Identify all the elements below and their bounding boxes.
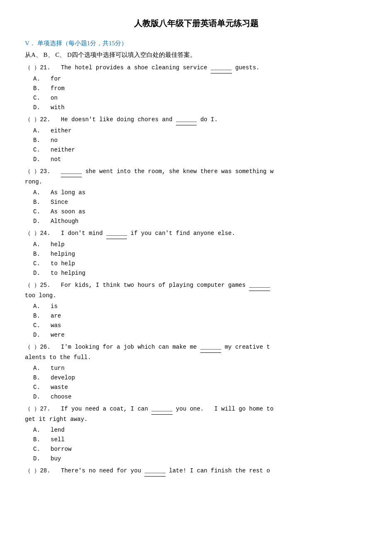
question-26-optB: B. develop (25, 373, 367, 383)
question-27-optB: B. sell (25, 435, 367, 445)
question-22-optA: A. either (25, 126, 367, 136)
question-21-optA: A. for (25, 74, 367, 84)
section-label: V． (25, 40, 36, 46)
question-26-optD: D. choose (25, 392, 367, 402)
question-26-text: （ ）26. I'm looking for a job which can m… (25, 342, 367, 363)
question-24-optB: B. helping (25, 249, 367, 259)
question-22-optD: D. not (25, 155, 367, 164)
question-22: （ ）22. He doesn't like doing chores and … (25, 115, 367, 164)
page-title: 人教版八年级下册英语单元练习题 (25, 17, 367, 30)
question-25-text: （ ）25. For kids, I think two hours of pl… (25, 281, 367, 301)
question-21-optB: B. from (25, 84, 367, 93)
question-22-optC: C. neither (25, 145, 367, 155)
question-21-optD: D. with (25, 103, 367, 112)
question-28-text: （ ）28. There's no need for you ______ la… (25, 466, 367, 477)
question-28: （ ）28. There's no need for you ______ la… (25, 466, 367, 477)
questions-container: （ ）21. The hotel provides a shoe cleanin… (25, 63, 367, 477)
question-21-text: （ ）21. The hotel provides a shoe cleanin… (25, 63, 367, 73)
question-27: （ ）27. If you need a coat, I can ______ … (25, 404, 367, 464)
question-23-optD: D. Although (25, 217, 367, 226)
question-27-text: （ ）27. If you need a coat, I can ______ … (25, 404, 367, 425)
question-26-optA: A. turn (25, 364, 367, 373)
question-26-optC: C. waste (25, 383, 367, 392)
question-25-optD: D. were (25, 330, 367, 340)
question-24-optD: D. to helping (25, 269, 367, 278)
question-24: （ ）24. I don't mind ______ if you can't … (25, 229, 367, 278)
question-23: （ ）23. ______ she went into the room, sh… (25, 167, 367, 226)
question-25-optA: A. is (25, 302, 367, 311)
section-header-text: 单项选择（每小题1分，共15分） (37, 40, 128, 46)
question-27-optA: A. lend (25, 425, 367, 435)
question-21: （ ）21. The hotel provides a shoe cleanin… (25, 63, 367, 112)
question-24-optC: C. to help (25, 259, 367, 269)
question-22-text: （ ）22. He doesn't like doing chores and … (25, 115, 367, 125)
question-25-optC: C. was (25, 321, 367, 330)
instruction-text: 从A、 B、 C、 D四个选项中选择可以填入空白处的最佳答案。 (25, 50, 367, 60)
question-27-optD: D. buy (25, 454, 367, 464)
question-23-optA: A. As long as (25, 188, 367, 198)
question-23-optC: C. As soon as (25, 207, 367, 217)
question-23-optB: B. Since (25, 198, 367, 207)
question-25-optB: B. are (25, 311, 367, 321)
question-26: （ ）26. I'm looking for a job which can m… (25, 342, 367, 402)
section-header-line: V． 单项选择（每小题1分，共15分） (25, 38, 367, 48)
question-27-optC: C. borrow (25, 445, 367, 454)
question-21-optC: C. on (25, 93, 367, 103)
question-24-text: （ ）24. I don't mind ______ if you can't … (25, 229, 367, 239)
question-25: （ ）25. For kids, I think two hours of pl… (25, 281, 367, 340)
question-23-text: （ ）23. ______ she went into the room, sh… (25, 167, 367, 187)
question-24-optA: A. help (25, 240, 367, 249)
question-22-optB: B. no (25, 136, 367, 145)
